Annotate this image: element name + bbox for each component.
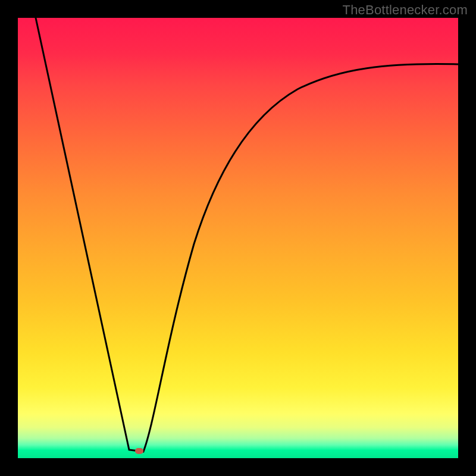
watermark-text: TheBottlenecker.com bbox=[343, 2, 468, 18]
optimal-point-marker bbox=[135, 448, 143, 454]
plot-area bbox=[18, 18, 458, 458]
curve-path bbox=[36, 18, 458, 452]
bottleneck-curve bbox=[18, 18, 458, 458]
